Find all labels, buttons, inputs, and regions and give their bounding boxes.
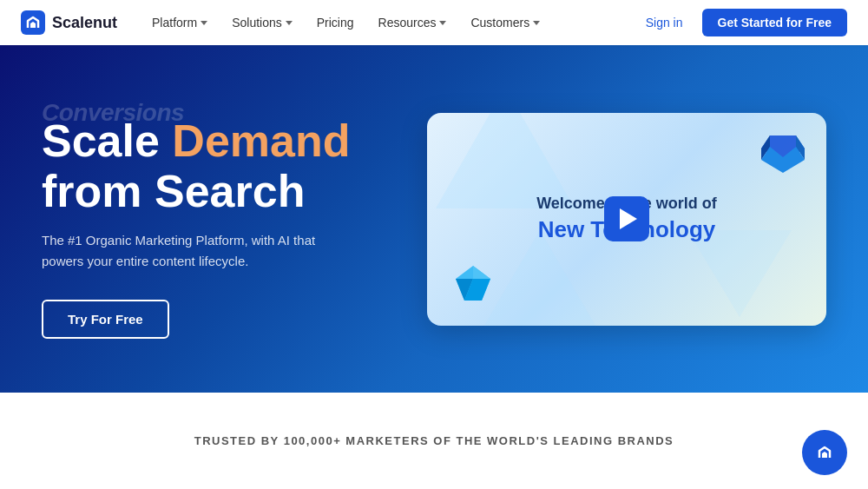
hero-title: Scale Demand from Search xyxy=(42,116,392,215)
hero-title-highlight: Demand xyxy=(172,116,350,166)
nav-resources[interactable]: Resources xyxy=(368,10,457,35)
nav-links: Platform Solutions Pricing Resources Cus… xyxy=(141,10,637,35)
logo[interactable]: Scalenut xyxy=(21,10,117,35)
nav-solutions-label: Solutions xyxy=(232,16,282,30)
trusted-text: TRUSTED BY 100,000+ MARKETERS OF THE WOR… xyxy=(194,434,674,447)
trusted-bar: TRUSTED BY 100,000+ MARKETERS OF THE WOR… xyxy=(0,393,868,489)
nav-customers-label: Customers xyxy=(470,16,529,30)
chevron-down-icon xyxy=(439,21,446,25)
3d-box-icon xyxy=(757,127,809,175)
nav-platform[interactable]: Platform xyxy=(141,10,218,35)
nav-actions: Sign in Get Started for Free xyxy=(637,9,847,36)
logo-icon xyxy=(21,10,45,35)
hero-subtitle: The #1 Organic Marketing Platform, with … xyxy=(42,230,337,272)
logo-text: Scalenut xyxy=(52,14,117,32)
nav-platform-label: Platform xyxy=(152,16,197,30)
nav-solutions[interactable]: Solutions xyxy=(221,10,303,35)
nav-customers[interactable]: Customers xyxy=(460,10,550,35)
play-icon xyxy=(620,208,637,229)
hero-right: Welcome to the world of New Technology xyxy=(427,113,826,326)
video-card[interactable]: Welcome to the world of New Technology xyxy=(427,113,826,326)
navbar: Scalenut Platform Solutions Pricing Reso… xyxy=(0,0,868,45)
hero-title-scale: Scale Demand xyxy=(42,116,351,166)
hero-title-search: from Search xyxy=(42,166,305,216)
nav-resources-label: Resources xyxy=(378,16,437,30)
floating-brand-icon xyxy=(802,430,847,475)
nav-pricing[interactable]: Pricing xyxy=(306,10,365,35)
hero-left: Conversions Scale Demand from Search The… xyxy=(42,99,392,338)
play-button[interactable] xyxy=(604,196,649,241)
chevron-down-icon xyxy=(533,21,540,25)
get-started-button[interactable]: Get Started for Free xyxy=(702,9,847,36)
svg-marker-6 xyxy=(473,266,490,279)
hero-section: Conversions Scale Demand from Search The… xyxy=(0,45,868,393)
gem-icon xyxy=(451,261,495,305)
nav-pricing-label: Pricing xyxy=(317,16,354,30)
brand-icon-svg xyxy=(812,440,837,465)
try-for-free-button[interactable]: Try For Free xyxy=(42,300,169,339)
triangle-2 xyxy=(479,230,601,326)
chevron-down-icon xyxy=(201,21,207,25)
sign-in-button[interactable]: Sign in xyxy=(637,10,692,35)
chevron-down-icon xyxy=(286,21,293,25)
